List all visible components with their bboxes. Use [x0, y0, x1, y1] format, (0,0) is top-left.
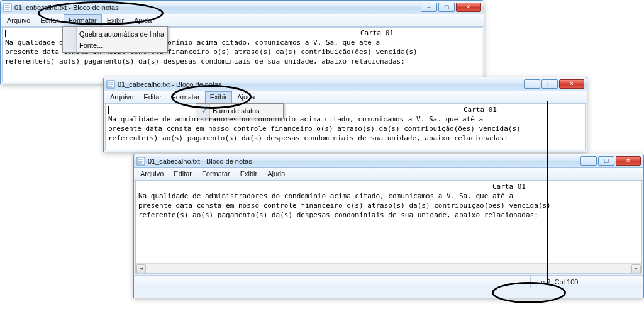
- horizontal-scrollbar[interactable]: ◄ ►: [136, 263, 641, 273]
- close-button[interactable]: ✕: [559, 79, 584, 89]
- notepad-window-2: 01_cabecalho.txt - Bloco de notas – ▢ ✕ …: [103, 77, 587, 152]
- formatar-dropdown: Quebra automática de linha Fonte...: [62, 26, 168, 53]
- menu-ajuda[interactable]: Ajuda: [262, 168, 290, 180]
- close-icon: ✕: [466, 4, 471, 10]
- text-area[interactable]: Carta 01 Na qualidade de administradores…: [135, 181, 642, 274]
- titlebar[interactable]: 01_cabecalho.txt - Bloco de notas – ▢ ✕: [104, 77, 587, 91]
- chevron-right-icon: ►: [634, 266, 639, 271]
- titlebar[interactable]: 01_cabecalho.txt - Bloco de notas – ▢ ✕: [134, 154, 643, 168]
- status-position: Ln 2, Col 100: [530, 276, 643, 288]
- notepad-window-3: 01_cabecalho.txt - Bloco de notas – ▢ ✕ …: [133, 154, 644, 298]
- notepad-icon: [136, 157, 145, 166]
- menu-arquivo[interactable]: Arquivo: [105, 91, 138, 103]
- maximize-button[interactable]: ▢: [598, 156, 614, 166]
- menubar: Arquivo Editar Formatar Exibir Ajuda: [134, 168, 643, 181]
- statusbar: Ln 2, Col 100: [134, 275, 643, 288]
- minimize-button[interactable]: –: [524, 79, 540, 89]
- chevron-left-icon: ◄: [139, 266, 144, 271]
- minimize-button[interactable]: –: [421, 3, 437, 12]
- menu-formatar[interactable]: Formatar: [167, 91, 205, 103]
- notepad-window-1: 01_cabecalho.txt - Bloco de notas – ▢ ✕ …: [0, 0, 484, 84]
- window-title: 01_cabecalho.txt - Bloco de notas: [14, 4, 421, 11]
- menu-exibir[interactable]: Exibir: [235, 168, 263, 180]
- menu-exibir[interactable]: Exibir: [102, 14, 130, 26]
- minimize-icon: –: [530, 81, 533, 87]
- minimize-icon: –: [587, 158, 590, 164]
- minimize-icon: –: [427, 4, 430, 10]
- menubar: Arquivo Editar Formatar Exibir Ajuda: [1, 14, 484, 27]
- menu-editar[interactable]: Editar: [35, 14, 64, 26]
- text-content: Carta 01 Na qualidade de administradores…: [106, 104, 585, 144]
- status-position-text: Ln 2, Col 100: [537, 278, 578, 286]
- menu-formatar[interactable]: Formatar: [64, 14, 102, 26]
- menu-ajuda[interactable]: Ajuda: [129, 14, 157, 26]
- maximize-icon: ▢: [604, 158, 609, 164]
- menu-item-fonte[interactable]: Fonte...: [64, 40, 166, 51]
- menu-editar[interactable]: Editar: [169, 168, 197, 180]
- notepad-icon: [3, 3, 12, 12]
- maximize-icon: ▢: [444, 4, 450, 10]
- menu-item-label: Fonte...: [79, 42, 103, 49]
- menu-item-quebra-automatica[interactable]: Quebra automática de linha: [64, 28, 166, 40]
- text-content: Carta 01 Na qualidade de administradores…: [136, 181, 641, 263]
- scroll-left-button[interactable]: ◄: [136, 264, 146, 273]
- menu-arquivo[interactable]: Arquivo: [2, 14, 35, 26]
- text-area[interactable]: Carta 01 Na qualidade de administradores…: [105, 104, 586, 150]
- menu-arquivo[interactable]: Arquivo: [135, 168, 169, 180]
- menu-exibir[interactable]: Exibir: [205, 91, 233, 103]
- menubar: Arquivo Editar Formatar Exibir Ajuda: [104, 91, 587, 104]
- minimize-button[interactable]: –: [580, 156, 597, 166]
- menu-item-label: Barra de status: [213, 107, 260, 115]
- check-icon: ✓: [201, 107, 207, 115]
- maximize-icon: ▢: [547, 81, 553, 87]
- close-button[interactable]: ✕: [456, 3, 481, 12]
- titlebar[interactable]: 01_cabecalho.txt - Bloco de notas – ▢ ✕: [1, 1, 484, 14]
- maximize-button[interactable]: ▢: [541, 79, 558, 89]
- menu-item-barra-status[interactable]: ✓ Barra de status: [197, 105, 282, 116]
- menu-editar[interactable]: Editar: [138, 91, 167, 103]
- window-title: 01_cabecalho.txt - Bloco de notas: [148, 157, 580, 165]
- exibir-dropdown: ✓ Barra de status: [196, 103, 284, 118]
- scroll-right-button[interactable]: ►: [631, 264, 641, 273]
- close-icon: ✕: [569, 81, 574, 87]
- menu-ajuda[interactable]: Ajuda: [232, 91, 260, 103]
- close-button[interactable]: ✕: [616, 156, 641, 166]
- close-icon: ✕: [626, 158, 631, 164]
- menu-formatar[interactable]: Formatar: [197, 168, 235, 180]
- menu-item-label: Quebra automática de linha: [79, 30, 164, 38]
- maximize-button[interactable]: ▢: [438, 3, 455, 12]
- window-title: 01_cabecalho.txt - Bloco de notas: [118, 81, 524, 88]
- notepad-icon: [106, 80, 115, 89]
